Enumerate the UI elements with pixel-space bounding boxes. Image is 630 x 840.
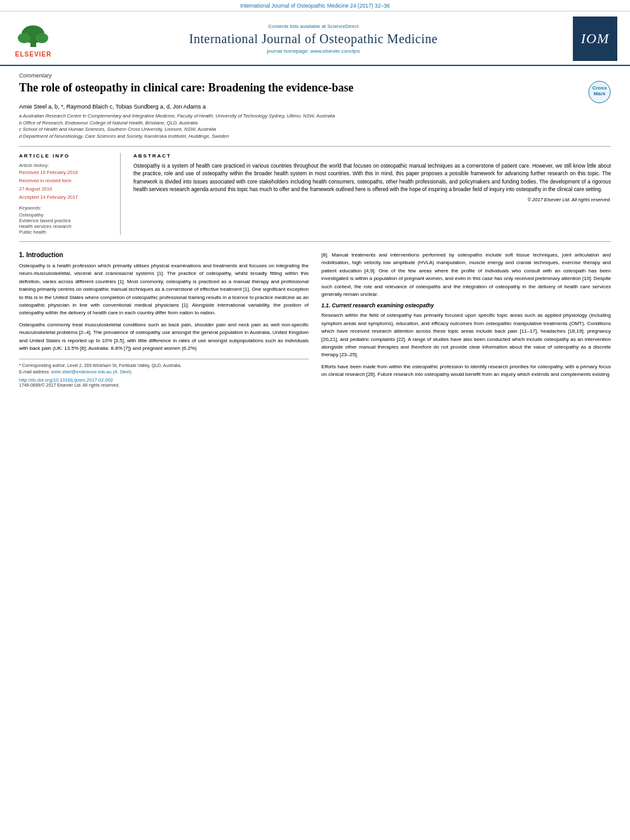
affiliation-a: a Australian Research Centre in Compleme… [19, 113, 611, 120]
homepage-label: journal homepage: [267, 48, 309, 54]
iom-logo-text: IOM [581, 30, 610, 47]
keywords-label: Keywords: [19, 205, 111, 211]
iom-logo: IOM [573, 17, 617, 61]
elsevier-logo-block: ELSEVIER [13, 20, 54, 58]
crossmark-logo[interactable]: Cross Mark [588, 81, 611, 103]
subsection-1-1-title: 1.1. Current research examining osteopat… [321, 302, 611, 309]
left-content-column: 1. Introduction Osteopathy is a health p… [19, 251, 309, 387]
doi-line[interactable]: http://dx.doi.org/10.1016/j.ijosm.2017.0… [19, 377, 309, 383]
revised-date: 27 August 2016 [19, 186, 111, 192]
affiliation-d: d Department of Neurobiology, Care Scien… [19, 133, 611, 140]
intro-section-label: Introduction [26, 251, 63, 258]
footnote-email: E-mail address: amie.steel@endeavour.edu… [19, 369, 309, 375]
intro-paragraph-2: Osteopaths commonly treat musculoskeleta… [19, 321, 309, 353]
sciencedirect-link[interactable]: ScienceDirect [327, 23, 358, 29]
journal-homepage: journal homepage: www.elsevier.com/ijos [54, 48, 573, 54]
affiliation-b: b Office of Research, Endeavour College … [19, 120, 611, 127]
svg-text:Mark: Mark [594, 91, 606, 97]
paper-title: The role of osteopathy in clinical care:… [19, 81, 353, 95]
article-info-abstract-section: ARTICLE INFO Article history: Received 1… [19, 146, 611, 242]
journal-center-block: Contents lists available at ScienceDirec… [54, 23, 573, 54]
abstract-copyright: © 2017 Elsevier Ltd. All rights reserved… [133, 196, 611, 203]
author-list: Amie Steel a, b, *, Raymond Blaich c, To… [19, 103, 206, 110]
svg-text:Cross: Cross [593, 85, 607, 91]
footnote-star: * Corresponding author. Level 2, 269 Wic… [19, 363, 309, 369]
subsection-1-1-text2: Efforts have been made from within the o… [321, 363, 611, 379]
title-row: The role of osteopathy in clinical care:… [19, 81, 611, 103]
section-type-label: Commentary [19, 72, 611, 79]
journal-citation-text: International Journal of Osteopathic Med… [240, 3, 389, 9]
keyword-3: Public health [19, 229, 111, 235]
affiliations-block: a Australian Research Centre in Compleme… [19, 113, 611, 140]
abstract-heading: ABSTRACT [133, 153, 611, 159]
received-date: Received 19 February 2016 [19, 170, 111, 175]
subsection-1-1-text1: Research within the field of osteopathy … [321, 312, 611, 359]
homepage-url[interactable]: www.elsevier.com/ijos [311, 48, 360, 54]
elsevier-tree-icon [13, 20, 54, 49]
intro-paragraph-1: Osteopathy is a health profession which … [19, 262, 309, 317]
authors-line: Amie Steel a, b, *, Raymond Blaich c, To… [19, 103, 611, 110]
subsection-num: 1.1. [321, 302, 330, 309]
paper-body: Commentary The role of osteopathy in cli… [0, 66, 630, 400]
intro-section-num: 1. [19, 251, 24, 258]
revised-label: Received in revised form [19, 178, 111, 183]
svg-point-2 [18, 33, 30, 43]
journal-title: International Journal of Osteopathic Med… [54, 32, 573, 46]
email-label-text: E-mail address: [19, 370, 50, 374]
keywords-section: Keywords: Osteopathy Evidence based prac… [19, 205, 111, 235]
elsevier-text: ELSEVIER [15, 51, 51, 58]
article-info-heading: ARTICLE INFO [19, 153, 111, 159]
keyword-2: Health services research [19, 223, 111, 229]
abstract-column: ABSTRACT Osteopathy is a system of healt… [133, 153, 611, 235]
crossmark-icon: Cross Mark [588, 81, 611, 103]
affiliation-c: c School of Health and Human Sciences, S… [19, 126, 611, 133]
right-content-column: [8]. Manual treatments and interventions… [321, 251, 611, 387]
abstract-text: Osteopathy is a system of health care pr… [133, 163, 611, 194]
keyword-0: Osteopathy [19, 212, 111, 218]
email-link[interactable]: amie.steel@endeavour.edu.au (A. Steel). [51, 370, 133, 374]
history-label: Article history: [19, 163, 111, 168]
sciencedirect-availability: Contents lists available at ScienceDirec… [54, 23, 573, 29]
footnote-section: * Corresponding author. Level 2, 269 Wic… [19, 359, 309, 375]
issn-line: 1746-0689/© 2017 Elsevier Ltd. All right… [19, 383, 309, 387]
keyword-1: Evidence based practice [19, 218, 111, 223]
journal-header: ELSEVIER Contents lists available at Sci… [0, 11, 630, 66]
right-col-text1: [8]. Manual treatments and interventions… [321, 251, 611, 298]
subsection-label: Current research examining osteopathy [332, 302, 434, 309]
main-content-area: 1. Introduction Osteopathy is a health p… [19, 251, 611, 387]
accepted-date: Accepted 14 February 2017 [19, 194, 111, 200]
svg-point-3 [36, 33, 48, 43]
intro-section-title: 1. Introduction [19, 251, 309, 258]
journal-citation-bar: International Journal of Osteopathic Med… [0, 0, 630, 11]
article-info-column: ARTICLE INFO Article history: Received 1… [19, 153, 121, 235]
